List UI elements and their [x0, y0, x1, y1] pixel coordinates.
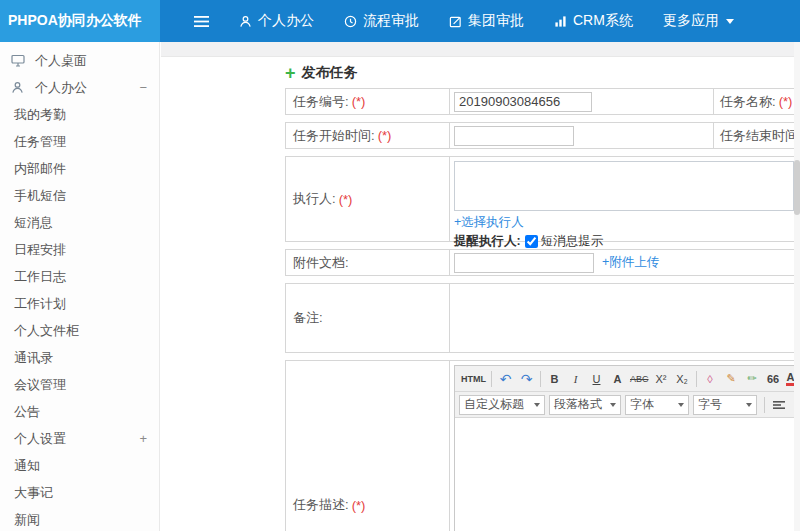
- sidebar-item-label: 工作日志: [14, 268, 66, 286]
- editor-toolbar-row1: HTML ↶ ↷ B I U A ABC X² X₂ ◊: [455, 366, 800, 392]
- form-row-description: 任务描述: (*) HTML ↶ ↷ B I U A ABC: [285, 360, 800, 531]
- blockquote-button[interactable]: 66: [763, 369, 784, 389]
- task-name-label: 任务名称: (*): [713, 88, 800, 115]
- edit-icon: [449, 15, 462, 28]
- align-left-icon: [773, 399, 785, 411]
- chevron-down-icon: [726, 19, 734, 24]
- font-size-select[interactable]: 字号: [693, 395, 757, 415]
- sidebar-item-short-message[interactable]: 短消息: [0, 209, 159, 236]
- executor-textarea[interactable]: [454, 161, 794, 211]
- sidebar-item-label: 大事记: [14, 484, 53, 502]
- sidebar-item-personal-settings[interactable]: 个人设置 +: [0, 425, 159, 452]
- chevron-down-icon: [678, 403, 684, 407]
- collapse-icon[interactable]: −: [139, 80, 147, 95]
- attachment-input[interactable]: [454, 253, 594, 273]
- required-mark: (*): [339, 192, 353, 207]
- toolbar-separator: [764, 397, 765, 413]
- user-icon: [239, 15, 252, 28]
- italic-button[interactable]: I: [565, 369, 586, 389]
- sidebar-item-label: 个人设置: [14, 430, 66, 448]
- sidebar-item-my-attendance[interactable]: 我的考勤: [0, 101, 159, 128]
- nav-personal-office[interactable]: 个人办公: [239, 12, 314, 30]
- subscript-button[interactable]: X₂: [672, 369, 693, 389]
- heading-select[interactable]: 自定义标题: [459, 395, 545, 415]
- sidebar-item-personal-desktop[interactable]: 个人桌面: [0, 47, 159, 74]
- sidebar-item-notice[interactable]: 通知: [0, 452, 159, 479]
- remove-format-button[interactable]: ◊: [700, 369, 721, 389]
- nav-label: CRM系统: [573, 12, 633, 30]
- toolbar-separator: [540, 371, 541, 387]
- sidebar-item-work-log[interactable]: 工作日志: [0, 263, 159, 290]
- executor-cell: +选择执行人 提醒执行人: 短消息提示: [449, 156, 800, 242]
- rich-text-editor: HTML ↶ ↷ B I U A ABC X² X₂ ◊: [454, 365, 800, 531]
- paragraph-format-select[interactable]: 段落格式: [549, 395, 621, 415]
- strikethrough-button[interactable]: ABC: [628, 369, 651, 389]
- redo-button[interactable]: ↷: [516, 369, 537, 389]
- required-mark: (*): [779, 94, 793, 109]
- sidebar-item-announcement[interactable]: 公告: [0, 398, 159, 425]
- remark-cell: [449, 283, 800, 353]
- sidebar: 个人桌面 个人办公 − 我的考勤 任务管理 内部邮件 手机短信 短消息 日程安排…: [0, 42, 160, 531]
- label-text: 任务编号:: [293, 93, 349, 111]
- sidebar-item-label: 任务管理: [14, 133, 66, 151]
- underline-button[interactable]: U: [586, 369, 607, 389]
- app-logo[interactable]: PHPOA协同办公软件: [0, 0, 160, 42]
- bold-button[interactable]: B: [544, 369, 565, 389]
- label-text: 备注:: [293, 309, 323, 327]
- editor-toolbar-row2: 自定义标题 段落格式 字体 字号: [455, 392, 800, 418]
- source-code-button[interactable]: HTML: [459, 369, 488, 389]
- sidebar-item-meeting-management[interactable]: 会议管理: [0, 371, 159, 398]
- attachment-upload-link[interactable]: +附件上传: [602, 254, 659, 271]
- sidebar-item-personal-files[interactable]: 个人文件柜: [0, 317, 159, 344]
- sidebar-item-internal-mail[interactable]: 内部邮件: [0, 155, 159, 182]
- task-number-label: 任务编号: (*): [285, 88, 450, 115]
- sms-checkbox[interactable]: [525, 235, 538, 248]
- sidebar-item-label: 个人桌面: [35, 52, 87, 70]
- description-label: 任务描述: (*): [285, 360, 450, 531]
- nav-label: 更多应用: [663, 12, 719, 30]
- nav-more-apps[interactable]: 更多应用: [663, 12, 734, 30]
- editor-content-area[interactable]: [455, 418, 800, 531]
- label-text: 附件文档:: [293, 254, 349, 272]
- font-style-button[interactable]: A: [607, 369, 628, 389]
- remark-textarea[interactable]: [452, 286, 800, 350]
- chevron-down-icon: [534, 403, 540, 407]
- sidebar-item-personal-office[interactable]: 个人办公 −: [0, 74, 159, 101]
- expand-icon[interactable]: +: [139, 431, 147, 446]
- executor-label: 执行人: (*): [285, 156, 450, 242]
- top-header: PHPOA协同办公软件 个人办公 流程审批 集团审批 CR: [0, 0, 800, 42]
- task-form: 任务编号: (*) 任务名称: (*) 任务开始时间: (*): [285, 88, 800, 531]
- task-number-input[interactable]: [454, 92, 592, 112]
- form-row-time: 任务开始时间: (*) 任务结束时间: (*): [285, 122, 800, 149]
- superscript-button[interactable]: X²: [651, 369, 672, 389]
- format-painter-button[interactable]: ✎: [721, 369, 742, 389]
- sidebar-item-address-book[interactable]: 通讯录: [0, 344, 159, 371]
- pen-button[interactable]: ✏: [742, 369, 763, 389]
- sidebar-item-mobile-sms[interactable]: 手机短信: [0, 182, 159, 209]
- sidebar-item-events[interactable]: 大事记: [0, 479, 159, 506]
- remind-label: 提醒执行人:: [454, 233, 521, 250]
- sidebar-item-label: 日程安排: [14, 241, 66, 259]
- vertical-scrollbar-thumb[interactable]: [794, 160, 800, 215]
- sidebar-item-work-plan[interactable]: 工作计划: [0, 290, 159, 317]
- undo-button[interactable]: ↶: [495, 369, 516, 389]
- select-value: 字号: [698, 396, 722, 413]
- attachment-cell: +附件上传: [449, 249, 800, 276]
- hamburger-menu-icon[interactable]: [194, 15, 209, 28]
- align-left-button[interactable]: [768, 395, 789, 415]
- nav-process-approval[interactable]: 流程审批: [344, 12, 419, 30]
- font-family-select[interactable]: 字体: [625, 395, 689, 415]
- start-time-cell: [449, 122, 714, 149]
- sidebar-item-task-management[interactable]: 任务管理: [0, 128, 159, 155]
- sidebar-item-schedule[interactable]: 日程安排: [0, 236, 159, 263]
- choose-executor-link[interactable]: +选择执行人: [454, 214, 524, 231]
- nav-label: 流程审批: [363, 12, 419, 30]
- sidebar-item-label: 内部邮件: [14, 160, 66, 178]
- nav-label: 集团审批: [468, 12, 524, 30]
- sidebar-item-label: 个人办公: [35, 79, 87, 97]
- start-time-input[interactable]: [454, 126, 574, 146]
- nav-group-approval[interactable]: 集团审批: [449, 12, 524, 30]
- sidebar-item-label: 公告: [14, 403, 40, 421]
- sidebar-item-news[interactable]: 新闻: [0, 506, 159, 531]
- nav-crm-system[interactable]: CRM系统: [554, 12, 633, 30]
